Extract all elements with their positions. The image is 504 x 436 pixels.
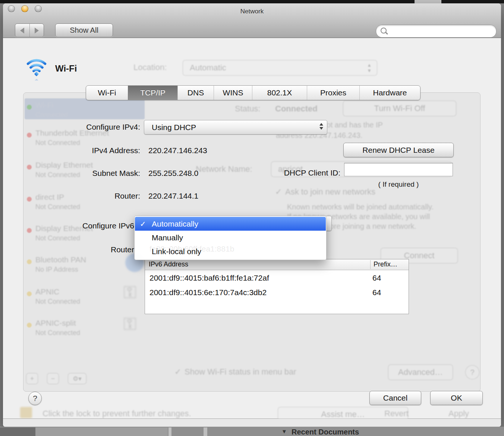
status-dot-green bbox=[27, 105, 32, 110]
forward-arrow-icon bbox=[35, 28, 39, 34]
gear-button-ghost: ⚙▾ bbox=[68, 373, 86, 384]
help-button[interactable]: ? bbox=[28, 392, 42, 405]
router-value: 220.247.144.1 bbox=[148, 192, 198, 200]
router-label: Router: bbox=[25, 192, 140, 200]
menu-item-link-local[interactable]: Link-local only bbox=[135, 244, 326, 258]
add-service-button-ghost: + bbox=[26, 373, 38, 384]
background-window-fragment bbox=[204, 427, 207, 436]
status-dot-yellow bbox=[27, 323, 32, 328]
recent-documents-label: Recent Documents bbox=[292, 428, 359, 436]
sheet-tab-bar: Wi-Fi TCP/IP DNS WINS 802.1X Proxies Har… bbox=[86, 85, 420, 100]
remove-service-button-ghost: − bbox=[47, 373, 59, 384]
show-all-button[interactable]: Show All bbox=[55, 23, 113, 37]
configure-ipv6-menu: fe80::20b:60ff:fea1:881b ✓ Automatically… bbox=[134, 216, 327, 260]
advanced-sheet: Location: Automatic ▲▼ bbox=[3, 38, 501, 419]
help-button-ghost: ? bbox=[465, 365, 479, 379]
configure-ipv4-label: Configure IPv4: bbox=[25, 123, 140, 132]
router6-label: Router bbox=[19, 245, 134, 254]
lock-icon-ghost: ⚿ bbox=[123, 282, 136, 303]
table-header[interactable]: IPv6 Address Prefix… bbox=[145, 259, 409, 270]
checkmark-icon: ✓ bbox=[140, 219, 146, 228]
revert-button-ghost: Revert bbox=[384, 409, 409, 418]
lock-icon-ghost: ⚿ bbox=[123, 314, 136, 334]
network-preferences-window: Network Show All Location: Automatic ▲▼ bbox=[3, 3, 501, 427]
tab-wins[interactable]: WINS bbox=[214, 86, 252, 100]
cancel-button[interactable]: Cancel bbox=[369, 391, 421, 405]
col-prefix[interactable]: Prefix… bbox=[374, 260, 397, 268]
status-dot-red bbox=[27, 133, 32, 138]
show-status-label-ghost: Show Wi-Fi status in menu bar bbox=[185, 367, 296, 377]
tab-dns[interactable]: DNS bbox=[177, 86, 214, 100]
search-input[interactable] bbox=[376, 25, 501, 38]
column-divider bbox=[370, 260, 371, 269]
nav-back-forward bbox=[15, 23, 44, 37]
status-dot-yellow bbox=[27, 259, 32, 264]
disclosure-triangle-icon: ▼ bbox=[281, 428, 287, 435]
col-ipv6-address[interactable]: IPv6 Address bbox=[149, 260, 188, 268]
ok-button[interactable]: OK bbox=[430, 391, 483, 405]
configure-ipv4-popup[interactable]: Using DHCP bbox=[144, 120, 327, 135]
turn-wifi-off-button-ghost: Turn Wi-Fi Off bbox=[343, 101, 456, 116]
sidebar-item-ghost: APNIC bbox=[35, 287, 59, 296]
sidebar-item-ghost: Wi-Fi bbox=[35, 101, 54, 110]
sidebar-item-ghost: Bluetooth PAN bbox=[35, 255, 86, 264]
lock-text-ghost: Click the lock to prevent further change… bbox=[42, 409, 191, 418]
tab-tcpip[interactable]: TCP/IP bbox=[128, 86, 177, 100]
search-icon bbox=[381, 28, 387, 34]
tab-8021x[interactable]: 802.1X bbox=[252, 86, 307, 100]
status-value-ghost: Connected bbox=[275, 104, 318, 114]
ask-join-check-ghost: ✓ bbox=[275, 187, 282, 197]
popup-stepper-icon bbox=[319, 123, 323, 130]
tab-wifi[interactable]: Wi-Fi bbox=[86, 86, 128, 100]
lock-icon-ghost bbox=[20, 407, 32, 418]
network-name-label-ghost: Network Name: bbox=[196, 164, 252, 174]
apply-button-ghost: Apply bbox=[448, 409, 469, 418]
menu-item-automatically[interactable]: ✓ Automatically bbox=[135, 217, 326, 231]
ipv4-address-label: IPv4 Address: bbox=[25, 146, 140, 155]
subnet-mask-label: Subnet Mask: bbox=[25, 169, 140, 178]
titlebar: Network Show All bbox=[3, 3, 501, 38]
dhcp-client-id-input[interactable] bbox=[344, 163, 459, 176]
tab-proxies[interactable]: Proxies bbox=[307, 86, 359, 100]
back-button[interactable] bbox=[15, 24, 29, 37]
search-field[interactable] bbox=[376, 25, 497, 38]
tab-hardware[interactable]: Hardware bbox=[359, 86, 420, 100]
menu-item-manually[interactable]: Manually bbox=[135, 231, 326, 244]
location-label-ghost: Location: bbox=[133, 63, 167, 72]
show-status-check-ghost: ✓ bbox=[174, 367, 181, 377]
configure-ipv6-label: Configure IPv6 bbox=[19, 221, 134, 230]
wifi-icon bbox=[25, 57, 48, 80]
forward-button[interactable] bbox=[29, 24, 44, 37]
background-window-fragment bbox=[35, 427, 168, 436]
ipv4-address-value: 220.247.146.243 bbox=[148, 146, 207, 155]
background-window-fragment bbox=[0, 427, 35, 436]
sidebar-item-ghost: APNIC-split bbox=[35, 319, 76, 328]
screen: 2 2 Network Show All Location: Autom bbox=[0, 0, 504, 436]
background-window-fragment bbox=[168, 427, 171, 436]
window-bottom-strip bbox=[3, 419, 501, 427]
back-arrow-icon bbox=[20, 28, 24, 34]
dhcp-client-id-label: DHCP Client ID: bbox=[247, 168, 340, 177]
status-dot-yellow bbox=[27, 291, 32, 296]
background-window-edge bbox=[415, 0, 441, 3]
renew-dhcp-lease-button[interactable]: Renew DHCP Lease bbox=[343, 143, 454, 157]
subnet-mask-value: 255.255.248.0 bbox=[148, 169, 198, 178]
service-name: Wi-Fi bbox=[55, 63, 77, 74]
desktop-bottom: ▼ Recent Documents bbox=[0, 427, 504, 436]
status-label-ghost: Status: bbox=[235, 104, 260, 114]
dhcp-client-id-hint: ( If required ) bbox=[344, 180, 453, 189]
window-title: Network bbox=[3, 8, 501, 15]
sidebar-item-ghost: Display Ethernet bbox=[35, 161, 93, 170]
desktop-edge-glyph: 2 bbox=[0, 143, 0, 151]
advanced-button-ghost: Advanced… bbox=[388, 364, 453, 380]
dhcp-client-id-field[interactable] bbox=[344, 163, 453, 176]
ipv6-address-table: IPv6 Address Prefix… 2001:df9::4015:baf6… bbox=[145, 259, 409, 314]
desktop-edge-glyph: 2 bbox=[0, 225, 0, 233]
location-popup-ghost: Automatic ▲▼ bbox=[183, 60, 377, 76]
